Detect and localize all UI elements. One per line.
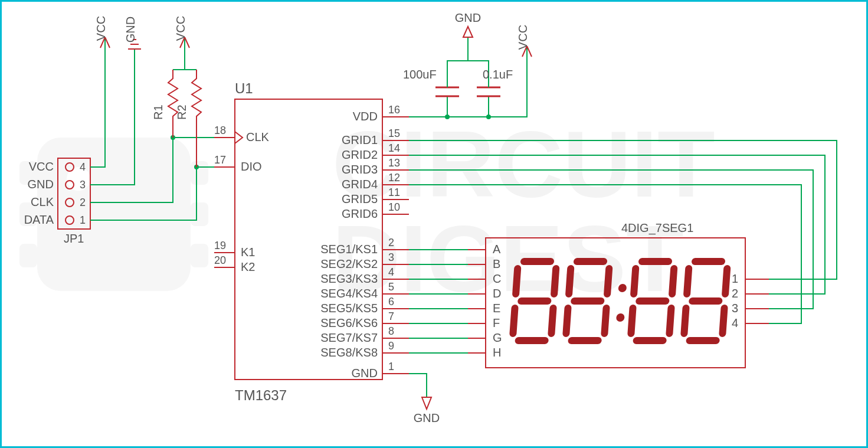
svg-text:D: D <box>493 287 501 300</box>
ic-part: TM1637 <box>235 387 287 403</box>
svg-text:13: 13 <box>388 157 400 169</box>
svg-text:H: H <box>493 346 501 359</box>
svg-line-99 <box>554 269 556 294</box>
jp1-pin1-lbl: DATA <box>24 213 54 226</box>
svg-text:SEG5/KS5: SEG5/KS5 <box>320 302 378 315</box>
svg-text:2: 2 <box>732 287 738 300</box>
svg-text:8: 8 <box>388 325 394 337</box>
clk-lbl: CLK <box>246 130 270 143</box>
svg-text:SEG6/KS6: SEG6/KS6 <box>320 316 378 329</box>
k2-lbl: K2 <box>241 260 255 273</box>
svg-line-118 <box>669 308 671 333</box>
svg-text:E: E <box>493 302 500 315</box>
svg-rect-7 <box>191 244 208 267</box>
svg-line-108 <box>566 308 568 333</box>
svg-line-98 <box>516 269 517 294</box>
svg-line-109 <box>604 308 606 333</box>
clk-num: 18 <box>214 125 226 136</box>
c1-val: 100uF <box>403 68 437 81</box>
svg-text:GRID5: GRID5 <box>342 192 378 205</box>
jp1-pin3-num: 3 <box>80 179 86 191</box>
dio-lbl: DIO <box>241 160 262 173</box>
svg-text:1: 1 <box>732 272 738 285</box>
svg-text:F: F <box>493 316 500 329</box>
display-ref: 4DIG_7SEG1 <box>621 221 693 235</box>
svg-text:3: 3 <box>732 302 738 315</box>
svg-text:15: 15 <box>388 127 400 139</box>
svg-line-101 <box>513 308 515 333</box>
svg-text:10: 10 <box>388 201 400 213</box>
gnd-lbl: GND <box>352 367 378 380</box>
vdd-net: GND 100uF 0.1uF VCC <box>403 11 532 119</box>
svg-line-121 <box>687 269 689 294</box>
svg-line-114 <box>634 269 636 294</box>
jp1-pin4-num: 4 <box>80 161 86 173</box>
ic-ref: U1 <box>235 80 253 96</box>
svg-line-125 <box>722 308 724 333</box>
svg-rect-5 <box>191 161 208 185</box>
svg-text:2: 2 <box>388 237 394 248</box>
gnd-num: 1 <box>388 361 394 372</box>
net-gnd-1: GND <box>124 17 137 42</box>
svg-line-122 <box>725 269 727 294</box>
k1-lbl: K1 <box>241 246 255 259</box>
svg-text:4: 4 <box>388 266 394 278</box>
vdd-lbl: VDD <box>353 110 378 123</box>
k2-num: 20 <box>214 254 226 266</box>
svg-text:9: 9 <box>388 340 394 352</box>
svg-line-102 <box>551 308 553 333</box>
jp1-pin3-lbl: GND <box>28 178 54 191</box>
svg-text:GRID6: GRID6 <box>342 207 378 220</box>
svg-line-105 <box>569 269 571 294</box>
svg-text:SEG8/KS8: SEG8/KS8 <box>320 346 378 359</box>
svg-text:5: 5 <box>388 281 394 293</box>
svg-text:3: 3 <box>388 251 394 263</box>
svg-text:SEG4/KS4: SEG4/KS4 <box>320 287 378 300</box>
jp1-ref: JP1 <box>64 232 84 245</box>
svg-text:6: 6 <box>388 296 394 308</box>
r2-label: R2 <box>175 104 188 120</box>
svg-text:GRID2: GRID2 <box>342 148 378 161</box>
svg-point-112 <box>616 313 625 322</box>
svg-text:GRID1: GRID1 <box>342 133 378 146</box>
jp1-pin1-num: 1 <box>80 214 86 226</box>
svg-text:SEG7/KS7: SEG7/KS7 <box>320 331 378 344</box>
k1-num: 19 <box>214 240 226 251</box>
svg-line-115 <box>672 269 674 294</box>
svg-text:SEG1/KS1: SEG1/KS1 <box>320 243 378 256</box>
jp1-pin4-lbl: VCC <box>29 160 54 173</box>
vdd-num: 16 <box>388 104 400 116</box>
jp1-pin2-num: 2 <box>80 197 86 208</box>
net-vcc-3: VCC <box>516 25 529 50</box>
net-gnd-3: GND <box>455 11 481 24</box>
svg-text:G: G <box>493 331 502 344</box>
svg-text:7: 7 <box>388 310 394 322</box>
svg-text:4: 4 <box>732 316 738 329</box>
svg-text:SEG2/KS2: SEG2/KS2 <box>320 257 378 270</box>
svg-text:11: 11 <box>388 187 400 198</box>
svg-text:14: 14 <box>388 142 400 154</box>
ic-gnd-net: GND <box>409 374 440 424</box>
svg-text:C: C <box>493 272 501 285</box>
svg-rect-4 <box>19 244 37 267</box>
c2-val: 0.1uF <box>483 68 513 81</box>
jp1-pin2-lbl: CLK <box>31 195 54 208</box>
svg-rect-6 <box>191 202 208 226</box>
net-vcc-2: VCC <box>174 16 187 41</box>
svg-rect-0 <box>37 138 191 291</box>
r1-label: R1 <box>152 104 165 120</box>
schematic-frame: CIRCUIT DIGEST 4 3 2 1 VCC GND CLK DATA … <box>0 0 868 448</box>
svg-line-117 <box>631 308 633 333</box>
svg-line-106 <box>607 269 609 294</box>
net-gnd-2: GND <box>414 411 440 424</box>
svg-text:12: 12 <box>388 172 400 184</box>
svg-text:GRID4: GRID4 <box>342 178 378 191</box>
svg-text:B: B <box>493 257 500 270</box>
svg-text:GRID3: GRID3 <box>342 163 378 176</box>
svg-text:SEG3/KS3: SEG3/KS3 <box>320 272 378 285</box>
dio-num: 17 <box>214 154 226 166</box>
svg-line-124 <box>684 308 686 333</box>
net-vcc-1: VCC <box>94 16 107 41</box>
svg-text:A: A <box>493 243 501 256</box>
